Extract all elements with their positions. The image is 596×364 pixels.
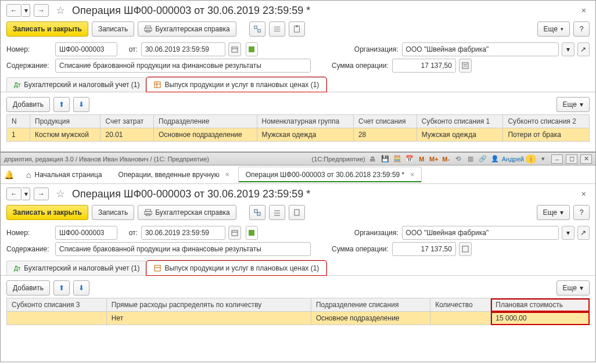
move-up-button[interactable]: ⬆: [53, 280, 70, 295]
date-flag-button[interactable]: [246, 226, 258, 240]
sum-calc-button[interactable]: [459, 59, 472, 73]
clipboard-button[interactable]: [289, 205, 305, 220]
move-up-button[interactable]: ⬆: [53, 97, 70, 112]
cell-dept[interactable]: Основное подразделение: [311, 312, 430, 325]
date-input[interactable]: 30.06.2019 23:59:59: [141, 226, 225, 240]
org-dropdown-button[interactable]: ▾: [562, 226, 574, 240]
tab-output-plan-prices[interactable]: Выпуск продукции и услуг в плановых цена…: [146, 77, 326, 92]
number-input[interactable]: ШФ00-000003: [55, 226, 117, 240]
calendar-sys-icon[interactable]: 📅: [404, 154, 415, 164]
tab-close-icon[interactable]: ×: [225, 171, 229, 179]
cell-writeoff-acct[interactable]: 28: [353, 128, 417, 142]
table-more-button[interactable]: Еще ▾: [556, 280, 590, 295]
move-down-button[interactable]: ⬇: [73, 280, 89, 295]
table-more-button[interactable]: Еще ▾: [556, 97, 590, 112]
table-row[interactable]: 1 Костюм мужской 20.01 Основное подразде…: [7, 128, 590, 142]
favorite-icon[interactable]: ☆: [56, 188, 65, 200]
cell-plan-cost[interactable]: 15 000,00: [491, 312, 590, 325]
dropdown-sys[interactable]: ▾: [538, 154, 548, 164]
window-maximize[interactable]: ◻: [566, 154, 577, 164]
link-sys-icon[interactable]: 🔗: [477, 154, 488, 164]
accounting-report-button[interactable]: Бухгалтерская справка: [138, 205, 236, 220]
number-input[interactable]: ШФ00-000003: [55, 42, 117, 56]
tab-manual-operations[interactable]: Операции, введенные вручную ×: [111, 167, 237, 183]
m-plus-button[interactable]: M+: [429, 154, 439, 164]
back-sys-icon[interactable]: ⟲: [453, 154, 464, 164]
tab-accounting[interactable]: Дт Бухгалтерский и налоговый учет (1): [6, 77, 147, 92]
col-n[interactable]: N: [7, 115, 30, 128]
org-dropdown-button[interactable]: ▾: [562, 42, 574, 56]
sum-calc-button[interactable]: [459, 242, 472, 256]
m-minus-button[interactable]: M-: [441, 154, 451, 164]
favorite-icon[interactable]: ☆: [56, 4, 65, 17]
col-sub3[interactable]: Субконто списания 3: [7, 298, 107, 312]
user-name[interactable]: Андрей: [502, 156, 524, 163]
content-input[interactable]: Списание бракованной продукции на финанс…: [55, 59, 311, 73]
save-button[interactable]: Записать: [92, 21, 134, 37]
col-direct[interactable]: Прямые расходы распределять по количеств…: [106, 298, 311, 312]
content-input[interactable]: Списание бракованной продукции на финанс…: [55, 242, 311, 256]
cell-dept[interactable]: Основное подразделение: [154, 128, 257, 142]
tab-operation-doc[interactable]: Операция ШФ00-000003 от 30.06.2018 23:59…: [238, 167, 422, 183]
close-window-button[interactable]: ×: [578, 188, 590, 200]
col-product[interactable]: Продукция: [30, 115, 100, 128]
list-button[interactable]: [269, 21, 285, 37]
move-down-button[interactable]: ⬇: [73, 97, 89, 112]
table-row[interactable]: Нет Основное подразделение 15 000,00: [7, 312, 590, 325]
info-icon[interactable]: i: [526, 154, 536, 164]
calendar-icon[interactable]: [228, 42, 240, 56]
help-button[interactable]: ?: [573, 21, 590, 37]
cell-direct[interactable]: Нет: [106, 312, 311, 325]
col-dept-writeoff[interactable]: Подразделение списания: [311, 298, 430, 312]
close-window-button[interactable]: ×: [578, 5, 590, 16]
panel-icon[interactable]: ▥: [465, 154, 476, 164]
window-minimize[interactable]: –: [551, 154, 563, 164]
help-button[interactable]: ?: [573, 205, 590, 220]
col-sub1[interactable]: Субконто списания 1: [417, 115, 503, 128]
cell-sub2[interactable]: Потери от брака: [503, 128, 590, 142]
save-button[interactable]: Записать: [92, 205, 134, 220]
col-writeoff-account[interactable]: Счет списания: [353, 115, 417, 128]
accounting-report-button[interactable]: Бухгалтерская справка: [138, 21, 236, 37]
bell-icon[interactable]: 🔔: [4, 170, 14, 179]
tab-close-icon[interactable]: ×: [410, 171, 414, 179]
col-department[interactable]: Подразделение: [154, 115, 257, 128]
back-history-dropdown[interactable]: ▾: [22, 4, 30, 17]
tab-output-plan-prices[interactable]: Выпуск продукции и услуг в плановых цена…: [146, 261, 326, 275]
forward-button[interactable]: →: [34, 4, 49, 17]
date-flag-button[interactable]: [246, 42, 258, 56]
cell-sub1[interactable]: Мужская одежда: [417, 128, 503, 142]
save-and-close-button[interactable]: Записать и закрыть: [6, 21, 88, 37]
cell-sub3[interactable]: [7, 312, 107, 325]
tab-home[interactable]: ⌂ Начальная страница: [19, 167, 110, 183]
cell-nomgroup[interactable]: Мужская одежда: [257, 128, 353, 142]
print-icon[interactable]: 🖶: [368, 154, 378, 164]
cell-product[interactable]: Костюм мужской: [30, 128, 100, 142]
window-close[interactable]: ✕: [580, 154, 592, 164]
save-icon[interactable]: 💾: [380, 154, 390, 164]
back-button[interactable]: ←: [6, 188, 21, 200]
org-open-button[interactable]: ↗: [577, 226, 590, 240]
link-button[interactable]: [249, 21, 265, 37]
col-sub2[interactable]: Субконто списания 2: [503, 115, 590, 128]
cell-qty[interactable]: [430, 312, 491, 325]
m-button[interactable]: M: [417, 154, 427, 164]
org-open-button[interactable]: ↗: [577, 42, 590, 56]
calc-icon[interactable]: 🧮: [392, 154, 403, 164]
add-row-button[interactable]: Добавить: [6, 280, 50, 295]
cell-n[interactable]: 1: [7, 128, 30, 142]
add-row-button[interactable]: Добавить: [6, 97, 50, 112]
sum-input[interactable]: 17 137,50: [392, 59, 456, 73]
list-button[interactable]: [269, 205, 285, 220]
back-button[interactable]: ←: [6, 4, 21, 17]
tab-accounting[interactable]: Дт Бухгалтерский и налоговый учет (1): [6, 261, 147, 275]
sum-input[interactable]: 17 137,50: [392, 242, 456, 256]
back-history-dropdown[interactable]: ▾: [22, 188, 30, 200]
more-button[interactable]: Еще ▾: [537, 205, 570, 220]
col-qty[interactable]: Количество: [430, 298, 491, 312]
col-nom-group[interactable]: Номенклатурная группа: [257, 115, 353, 128]
more-button[interactable]: Еще ▾: [537, 21, 570, 37]
org-input[interactable]: ООО "Швейная фабрика": [402, 226, 559, 240]
clipboard-button[interactable]: [289, 21, 305, 37]
cell-acct[interactable]: 20.01: [100, 128, 154, 142]
